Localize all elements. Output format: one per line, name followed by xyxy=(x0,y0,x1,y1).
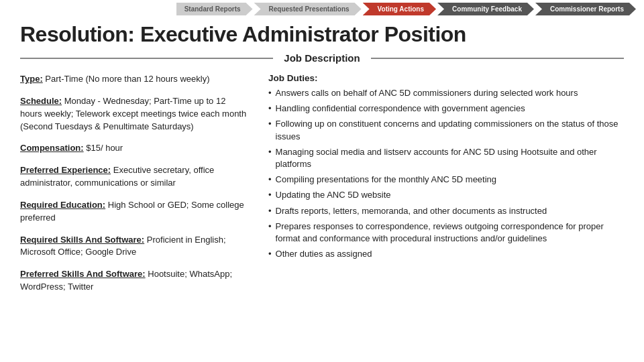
main-content: Resolution: Executive Administrator Posi… xyxy=(0,15,644,310)
section-header-text: Job Description xyxy=(273,52,370,64)
type-block: Type: Part-Time (No more than 12 hours w… xyxy=(20,73,248,86)
nav-steps: Standard ReportsRequested PresentationsV… xyxy=(176,3,637,15)
duty-item-6: Drafts reports, letters, memoranda, and … xyxy=(268,205,624,217)
nav-step-1[interactable]: Requested Presentations xyxy=(254,3,362,15)
required-edu-block: Required Education: High School or GED; … xyxy=(20,199,248,225)
duty-item-2: Following up on constituent concerns and… xyxy=(268,118,624,142)
duty-item-1: Handling confidential correspondence wit… xyxy=(268,103,624,115)
nav-step-0[interactable]: Standard Reports xyxy=(176,3,253,15)
required-skills-block: Required Skills And Software: Proficient… xyxy=(20,234,248,259)
compensation-label: Compensation: xyxy=(20,143,84,153)
preferred-skills-label: Preferred Skills And Software: xyxy=(20,269,146,279)
duties-list: Answers calls on behalf of ANC 5D commis… xyxy=(268,87,624,260)
duty-item-5: Updating the ANC 5D website xyxy=(268,189,624,201)
left-column: Type: Part-Time (No more than 12 hours w… xyxy=(20,73,248,303)
section-header: Job Description xyxy=(20,52,624,64)
nav-step-3[interactable]: Community Feedback xyxy=(437,3,534,15)
type-value: Part-Time (No more than 12 hours weekly) xyxy=(45,74,209,84)
duty-item-4: Compiling presentations for the monthly … xyxy=(268,174,624,186)
required-skills-label: Required Skills And Software: xyxy=(20,235,144,245)
preferred-skills-block: Preferred Skills And Software: Hootsuite… xyxy=(20,268,248,294)
page-title: Resolution: Executive Administrator Posi… xyxy=(20,22,624,47)
preferred-exp-label: Preferred Experience: xyxy=(20,165,111,175)
preferred-exp-block: Preferred Experience: Executive secretar… xyxy=(20,164,248,190)
required-edu-label: Required Education: xyxy=(20,200,105,210)
header-line-right xyxy=(371,58,624,59)
right-column: Job Duties: Answers calls on behalf of A… xyxy=(268,73,624,303)
duty-item-3: Managing social media and listserv accou… xyxy=(268,146,624,170)
compensation-block: Compensation: $15/ hour xyxy=(20,142,248,155)
duty-item-8: Other duties as assigned xyxy=(268,248,624,260)
nav-step-4[interactable]: Commissioner Reports xyxy=(535,3,636,15)
type-label: Type: xyxy=(20,74,43,84)
header-line-left xyxy=(20,58,273,59)
duty-item-7: Prepares responses to correspondence, re… xyxy=(268,221,624,245)
duty-item-0: Answers calls on behalf of ANC 5D commis… xyxy=(268,87,624,99)
compensation-value: $15/ hour xyxy=(86,143,123,153)
nav-step-2[interactable]: Voting Actions xyxy=(363,3,436,15)
duties-title: Job Duties: xyxy=(268,73,624,83)
top-nav: Standard ReportsRequested PresentationsV… xyxy=(0,0,644,15)
schedule-label: Schedule: xyxy=(20,96,62,106)
schedule-block: Schedule: Monday - Wednesday; Part-Time … xyxy=(20,95,248,133)
two-column-layout: Type: Part-Time (No more than 12 hours w… xyxy=(20,73,624,303)
